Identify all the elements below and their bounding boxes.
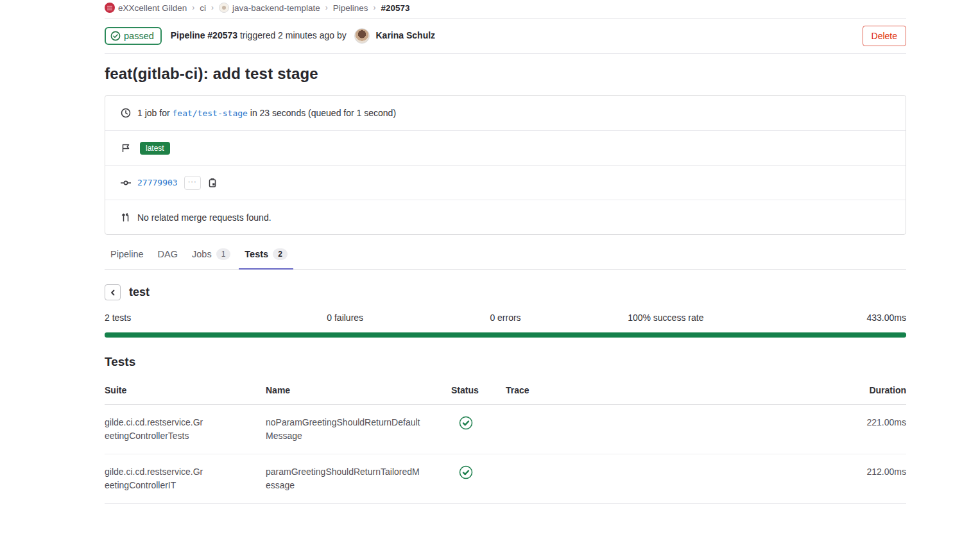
header-name: Name: [266, 380, 451, 404]
clock-icon: [121, 108, 131, 118]
tab-pipeline[interactable]: Pipeline: [105, 241, 150, 268]
success-rate-bar: [105, 332, 906, 338]
test-suite-cell: gilde.ci.cd.restservice.GreetingControll…: [105, 416, 207, 443]
pipeline-title: Pipeline #20573 triggered 2 minutes ago …: [171, 28, 435, 44]
header-duration: Duration: [810, 380, 906, 404]
user-name-link[interactable]: Karina Schulz: [376, 30, 436, 40]
summary-failures: 0 failures: [265, 313, 426, 323]
back-button[interactable]: [105, 284, 121, 300]
breadcrumb-pipelines[interactable]: Pipelines: [333, 3, 368, 13]
user-avatar[interactable]: [354, 28, 370, 44]
branch-link[interactable]: feat/test-stage: [172, 108, 247, 118]
summary-errors: 0 errors: [426, 313, 586, 323]
test-trace-cell: [506, 454, 810, 503]
breadcrumb-label: Pipelines: [333, 3, 368, 13]
test-suite-cell: gilde.ci.cd.restservice.GreetingControll…: [105, 465, 207, 492]
breadcrumb-label: eXXcellent Gilden: [118, 3, 187, 13]
table-header-row: Suite Name Status Trace Duration: [105, 380, 906, 405]
tab-label: Jobs: [192, 249, 212, 259]
header-trace: Trace: [506, 380, 810, 404]
breadcrumb-label: ci: [200, 3, 206, 13]
pipeline-id: Pipeline #20573: [171, 30, 237, 40]
commit-row: 27779903 ···: [105, 165, 906, 200]
test-duration-cell: 212.00ms: [810, 454, 906, 503]
breadcrumb-current-pipeline: #20573: [381, 3, 409, 13]
triggered-text: triggered 2 minutes ago by: [240, 30, 347, 40]
tab-label: DAG: [158, 249, 178, 259]
summary-success-rate: 100% success rate: [585, 313, 746, 323]
test-results-table: Suite Name Status Trace Duration gilde.c…: [105, 380, 906, 504]
tab-dag[interactable]: DAG: [152, 241, 184, 268]
tab-label: Tests: [245, 249, 268, 259]
chevron-right-icon: ›: [192, 3, 194, 12]
latest-badge: latest: [140, 142, 170, 155]
table-row: gilde.ci.cd.restservice.GreetingControll…: [105, 405, 906, 454]
expand-commit-button[interactable]: ···: [184, 176, 201, 190]
clipboard-icon: [207, 178, 218, 188]
breadcrumb: eXXcellent Gilden › ci › java-backend-te…: [105, 0, 906, 19]
test-name-cell: noParamGreetingShouldReturnDefaultMessag…: [266, 416, 423, 443]
tests-heading: Tests: [105, 355, 906, 369]
flag-icon: [121, 143, 131, 153]
test-passed-icon: [459, 416, 473, 430]
project-avatar: [219, 3, 229, 13]
tab-label: Pipeline: [110, 249, 144, 259]
suite-name: test: [129, 286, 150, 299]
merge-request-icon: [121, 212, 131, 223]
chevron-right-icon: ›: [373, 3, 375, 12]
suite-summary: 2 tests 0 failures 0 errors 100% success…: [105, 313, 906, 323]
pipeline-info-box: 1 job for feat/test-stage in 23 seconds …: [105, 95, 906, 235]
latest-row: latest: [105, 130, 906, 165]
header-status: Status: [451, 380, 506, 404]
job-summary-row: 1 job for feat/test-stage in 23 seconds …: [105, 96, 906, 130]
tab-tests[interactable]: Tests 2: [239, 240, 293, 269]
page-container: eXXcellent Gilden › ci › java-backend-te…: [105, 0, 906, 504]
group-avatar: [105, 3, 115, 13]
mr-status-text: No related merge requests found.: [137, 212, 271, 223]
header-suite: Suite: [105, 380, 266, 404]
commit-sha-link[interactable]: 27779903: [137, 178, 178, 187]
tab-jobs[interactable]: Jobs 1: [186, 240, 236, 269]
commit-title: feat(gitlab-ci): add test stage: [105, 65, 906, 83]
commit-icon: [121, 178, 131, 188]
status-label: passed: [124, 31, 154, 41]
chevron-right-icon: ›: [211, 3, 214, 12]
chevron-left-icon: [109, 289, 117, 296]
table-row: gilde.ci.cd.restservice.GreetingControll…: [105, 454, 906, 504]
job-count-text: 1 job for: [137, 108, 170, 118]
test-duration-cell: 221.00ms: [810, 405, 906, 454]
breadcrumb-project[interactable]: java-backend-template: [219, 3, 320, 13]
pipeline-status-badge[interactable]: passed: [105, 27, 162, 45]
merge-request-row: No related merge requests found.: [105, 200, 906, 234]
job-duration-text: in 23 seconds (queued for 1 second): [250, 108, 396, 118]
jobs-count-badge: 1: [216, 248, 231, 260]
summary-duration: 433.00ms: [746, 313, 906, 323]
pipeline-tabs: Pipeline DAG Jobs 1 Tests 2: [105, 240, 906, 270]
job-summary-text: 1 job for feat/test-stage in 23 seconds …: [137, 108, 396, 118]
pipeline-header: passed Pipeline #20573 triggered 2 minut…: [105, 19, 906, 54]
test-name-cell: paramGreetingShouldReturnTailoredMessage: [266, 465, 423, 492]
chevron-right-icon: ›: [325, 3, 328, 12]
breadcrumb-label: java-backend-template: [232, 3, 320, 13]
test-passed-icon: [459, 465, 473, 479]
delete-button[interactable]: Delete: [863, 26, 906, 46]
breadcrumb-subgroup[interactable]: ci: [200, 3, 206, 13]
test-suite-header: test: [105, 284, 906, 300]
copy-commit-sha-button[interactable]: [207, 178, 218, 188]
success-rate-fill: [105, 332, 906, 338]
check-circle-icon: [110, 31, 121, 41]
summary-tests: 2 tests: [105, 313, 265, 323]
breadcrumb-group[interactable]: eXXcellent Gilden: [105, 3, 187, 13]
test-trace-cell: [506, 405, 810, 454]
tests-count-badge: 2: [273, 248, 288, 260]
